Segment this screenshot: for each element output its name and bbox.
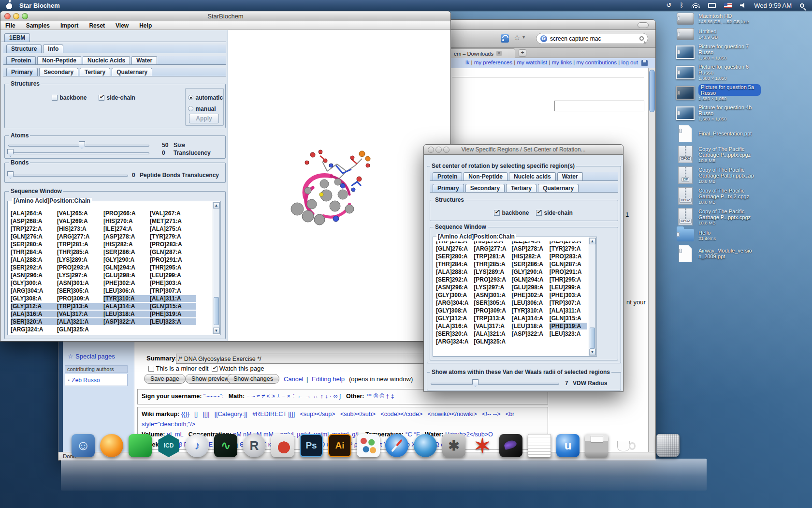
minimize-button[interactable]	[13, 13, 19, 19]
desktop-icon-picture-q5a[interactable]: Picture for question 5a Russo 1,680 × 1,…	[676, 84, 761, 101]
residue[interactable]: [ARG]304:A	[436, 299, 474, 306]
checkbox-icon[interactable]	[148, 366, 154, 372]
residue[interactable]: [PRO]266:A	[103, 210, 150, 217]
residue[interactable]: [ALA]288:A	[11, 256, 57, 263]
desktop-icon-picture-q6[interactable]: Picture for question 6 Russo 1,680 × 1,0…	[676, 64, 761, 81]
dock-item-molecule-app[interactable]	[357, 434, 380, 457]
dock-item-trash[interactable]	[656, 434, 680, 457]
time-machine-icon[interactable]: ↺	[666, 0, 671, 11]
sequence-row[interactable]: [GLN]276:A [ARG]277:A [ASP]278:A [TYR]27…	[434, 245, 587, 253]
cancel-link[interactable]: Cancel	[284, 375, 303, 383]
residue[interactable]: [PRO]293:A	[474, 276, 511, 283]
residue[interactable]: [ASP]268:A	[11, 218, 57, 224]
menubar-clock[interactable]: Wed 9:59 AM	[754, 2, 792, 9]
residue[interactable]: [PRO]283:A	[550, 253, 587, 260]
residue[interactable]: [THR]284:A	[436, 261, 474, 268]
tab[interactable]: Water	[131, 56, 157, 64]
sequence-row[interactable]: [THR]284:A [THR]285:A [SER]286:A [GLN]28…	[434, 260, 587, 268]
dock-item-system-preferences[interactable]: ✱	[442, 434, 465, 457]
sequence-row[interactable]: [TRP]272:A [HIS]273:A [ILE]274:A [ALA]27…	[8, 225, 211, 233]
residue[interactable]: [TRP]272:A	[436, 241, 474, 244]
desktop-icon-picture-q7[interactable]: Picture for question 7 Russo 1,680 × 1,0…	[676, 44, 761, 60]
menu-item[interactable]: Import	[60, 22, 78, 29]
tab[interactable]: Primary	[433, 184, 464, 192]
sequence-row[interactable]: [TRP]272:A [HIS]273:A [ILE]274:A [ALA]27…	[434, 241, 587, 245]
dock-item-r-app[interactable]: R	[243, 434, 266, 457]
sidechain-checkbox[interactable]: side-chain	[99, 93, 135, 102]
dock-item-bird-app[interactable]	[499, 434, 522, 457]
dock-item-dna-app[interactable]: ∿	[214, 434, 237, 457]
residue[interactable]: [PRO]291:A	[150, 256, 196, 263]
residue[interactable]: [GLY]300:A	[436, 292, 474, 299]
personal-bar-link[interactable]: my links	[547, 60, 572, 65]
checkbox-checked-icon[interactable]	[494, 210, 500, 216]
new-tab-button[interactable]	[519, 49, 526, 57]
residue[interactable]: [ASN]296:A	[11, 272, 57, 279]
residue[interactable]: [ASP]322:A	[103, 318, 150, 325]
residue[interactable]: [GLU]298:A	[103, 272, 150, 279]
residue[interactable]: [LEU]306:A	[103, 287, 150, 294]
residue[interactable]: [GLN]325:A	[57, 326, 103, 333]
tab[interactable]: Info	[43, 45, 63, 53]
desktop-icon-final-presentation[interactable]: Final_Presentation.ppt	[676, 125, 761, 142]
residue[interactable]: [ASP]278:A	[512, 245, 550, 252]
residue[interactable]: [GLY]290:A	[512, 269, 550, 275]
residue[interactable]: [ASN]301:A	[474, 292, 511, 299]
volume-icon[interactable]	[740, 2, 746, 8]
math-symbols[interactable]: − ~ ≈ ≠ ≤ ≥ ± − × ÷ ← → ↔ ↑ ↓ · ∞ ∫	[246, 393, 341, 400]
sequence-row[interactable]: [SER]280:A [TRP]281:A [HIS]282:A [PRO]28…	[8, 240, 211, 248]
residue[interactable]: [GLY]312:A	[11, 303, 57, 310]
dock-item-photoshop[interactable]: Ps	[300, 434, 323, 457]
sequence-row[interactable]: [ARG]324:A [GLN]325:A	[8, 326, 211, 333]
residue[interactable]: [PRO]309:A	[57, 295, 103, 302]
dock-item-documents-app[interactable]	[528, 434, 551, 457]
residue[interactable]: [TRP]307:A	[550, 299, 587, 306]
sequence-row[interactable]: [ALA]316:A [VAL]317:A [LEU]318:A [PHE]31…	[8, 310, 211, 318]
sequence-row[interactable]: [ALA]288:A [LYS]289:A [GLY]290:A [PRO]29…	[434, 268, 587, 276]
dock-item-coffee-cup[interactable]	[613, 434, 637, 457]
tab[interactable]: Nucleic Acids	[83, 56, 130, 64]
sequence-row[interactable]: [ARG]304:A [SER]305:A [LEU]306:A [TRP]30…	[434, 299, 587, 307]
residue[interactable]: [LEU]306:A	[512, 299, 550, 306]
tab[interactable]: Secondary	[39, 68, 78, 76]
checkbox-checked-icon[interactable]	[536, 210, 542, 216]
residue[interactable]: [TRP]307:A	[150, 287, 196, 294]
residue[interactable]: [TRP]313:A	[474, 315, 511, 322]
residue[interactable]: [ARG]277:A	[474, 245, 511, 252]
bluetooth-icon[interactable]: ᛒ	[680, 0, 683, 11]
sequence-row[interactable]: [GLY]312:A [TRP]313:A [ALA]314:A [GLN]31…	[434, 314, 587, 322]
residue[interactable]: [ALA]314:A	[512, 315, 550, 322]
minor-edit-checkbox[interactable]: This is a minor edit	[148, 365, 208, 372]
vdw-radius-slider[interactable]	[431, 383, 559, 385]
wiki-search-input[interactable]	[554, 101, 644, 111]
residue[interactable]: [THR]285:A	[57, 249, 103, 255]
residue[interactable]: [THR]285:A	[474, 261, 511, 268]
sequence-row[interactable]: [ASN]296:A [LYS]297:A [GLU]298:A [LEU]29…	[434, 284, 587, 291]
sequence-row[interactable]: [ARG]304:A [SER]305:A [LEU]306:A [TRP]30…	[8, 287, 211, 295]
residue[interactable]: [GLN]294:A	[512, 276, 550, 283]
dock-item-google-earth[interactable]	[414, 434, 437, 457]
residue[interactable]: [HIS]282:A	[103, 241, 150, 248]
residue[interactable]: [LYS]297:A	[57, 272, 103, 279]
residue[interactable]: [ALA]316:A	[11, 311, 57, 317]
sequence-row[interactable]: [ALA]264:A [VAL]265:A [PRO]266:A [VAL]26…	[8, 209, 211, 217]
personal-bar-link[interactable]: lk	[465, 60, 469, 65]
residue[interactable]: [LEU]318:A	[103, 311, 150, 317]
residue[interactable]: [ILE]274:A	[512, 241, 550, 244]
desktop-icon-untitled-drive[interactable]: Untitled 148.9 GB	[676, 28, 761, 40]
desktop-icon-picture-q4b[interactable]: Picture for question 4b Russo 1,680 × 1,…	[676, 105, 761, 121]
residue[interactable]: [SER]305:A	[57, 287, 103, 294]
menu-item[interactable]: View	[116, 22, 129, 29]
residue[interactable]: [TYR]310:A	[512, 307, 550, 314]
residue[interactable]: [GLN]287:A	[550, 261, 587, 268]
sequence-row[interactable]: [GLN]276:A [ARG]277:A [ASP]278:A [TYR]27…	[8, 233, 211, 240]
residue[interactable]: [GLN]315:A	[550, 315, 587, 322]
wifi-icon[interactable]	[692, 3, 700, 8]
zoom-button[interactable]	[22, 13, 28, 19]
residue[interactable]: [VAL]267:A	[150, 210, 196, 217]
residue[interactable]: [LEU]299:A	[150, 272, 196, 279]
bookmark-caret-icon[interactable]	[522, 34, 525, 40]
tab[interactable]: Primary	[6, 68, 38, 76]
residue[interactable]: [SER]286:A	[103, 249, 150, 255]
desktop-icon-hello-folder[interactable]: Hello 31 items	[676, 229, 761, 241]
